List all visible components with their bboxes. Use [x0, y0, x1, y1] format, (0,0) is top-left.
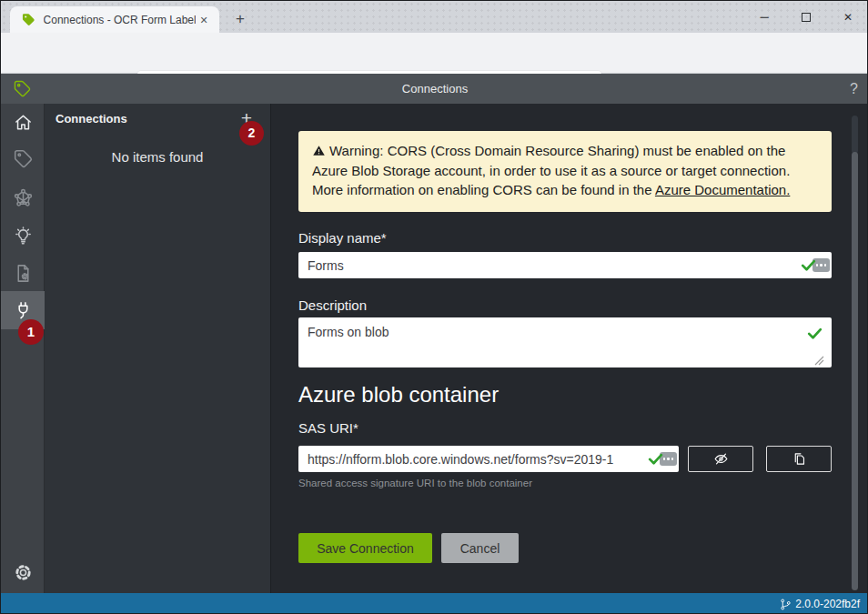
azure-documentation-link[interactable]: Azure Documentation.	[655, 182, 790, 197]
description-label: Description	[298, 297, 367, 313]
cancel-button[interactable]: Cancel	[441, 533, 519, 563]
copy-icon	[792, 451, 807, 467]
sidebar-item-model[interactable]	[1, 179, 45, 216]
add-connection-badge: 2	[239, 121, 264, 146]
sas-uri-label: SAS URI*	[298, 420, 358, 436]
save-connection-button[interactable]: Save Connection	[298, 533, 432, 563]
description-input[interactable]: Forms on blob	[298, 317, 832, 367]
app-header: Connections ?	[1, 74, 868, 104]
empty-list-message: No items found	[45, 149, 270, 165]
panel-title: Connections	[56, 104, 127, 135]
lightbulb-icon	[13, 226, 34, 247]
app-sidebar: 1	[1, 104, 45, 593]
valid-check-icon	[647, 450, 664, 468]
browser-toolbar: ← → ↻ i localhost:3000/connections/creat…	[1, 33, 868, 74]
tab-strip: Connections - OCR Form Labelin ✕ + ─ ✕	[1, 1, 868, 33]
home-icon	[13, 112, 34, 133]
eye-off-icon	[713, 451, 729, 467]
sas-uri-input[interactable]	[298, 446, 679, 472]
window-close-button[interactable]: ✕	[827, 1, 868, 33]
browser-window: Connections - OCR Form Labelin ✕ + ─ ✕ ←…	[0, 0, 868, 614]
status-bar: 2.0.0-202fb2f	[1, 593, 868, 614]
app-logo-tag-icon	[13, 79, 32, 98]
scrollbar-track	[852, 116, 858, 154]
tab-title: Connections - OCR Form Labelin	[44, 14, 197, 26]
plug-icon	[13, 300, 34, 321]
warning-icon	[312, 144, 326, 157]
new-tab-button[interactable]: +	[228, 7, 252, 31]
sidebar-item-document[interactable]	[1, 255, 45, 291]
git-branch-icon	[780, 599, 792, 610]
valid-check-icon	[800, 257, 817, 274]
gear-icon	[13, 562, 34, 583]
connections-badge: 1	[18, 319, 44, 345]
valid-check-icon	[806, 325, 823, 342]
maximize-icon	[802, 13, 811, 22]
help-button[interactable]: ?	[850, 74, 858, 104]
section-heading: Azure blob container	[298, 382, 499, 408]
network-graph-icon	[13, 187, 34, 208]
connection-form: Warning: CORS (Cross Domain Resource Sha…	[270, 104, 868, 593]
display-name-label: Display name*	[298, 230, 387, 246]
favicon-tag-icon	[21, 12, 36, 27]
tag-icon	[13, 148, 34, 169]
window-maximize-button[interactable]	[785, 1, 827, 33]
connections-panel: Connections + 2 No items found	[45, 104, 270, 593]
hide-sas-button[interactable]	[688, 446, 753, 472]
sidebar-item-insights[interactable]	[1, 217, 45, 254]
document-settings-icon	[13, 263, 34, 284]
tab-close-icon[interactable]: ✕	[196, 12, 212, 28]
window-minimize-button[interactable]: ─	[743, 1, 785, 33]
copy-sas-button[interactable]	[766, 446, 832, 472]
resize-handle[interactable]	[813, 355, 824, 366]
cors-warning: Warning: CORS (Cross Domain Resource Sha…	[298, 131, 832, 212]
display-name-input[interactable]	[298, 252, 832, 278]
browser-tab[interactable]: Connections - OCR Form Labelin ✕	[10, 6, 219, 33]
sidebar-item-settings[interactable]	[1, 554, 45, 590]
sidebar-item-tags[interactable]	[1, 140, 45, 176]
scrollbar-thumb[interactable]	[852, 152, 858, 590]
sidebar-item-home[interactable]	[1, 104, 45, 140]
sas-helper-text: Shared access signature URI to the blob …	[298, 478, 532, 488]
page-title: Connections	[1, 74, 868, 104]
app-version: 2.0.0-202fb2f	[795, 598, 860, 610]
